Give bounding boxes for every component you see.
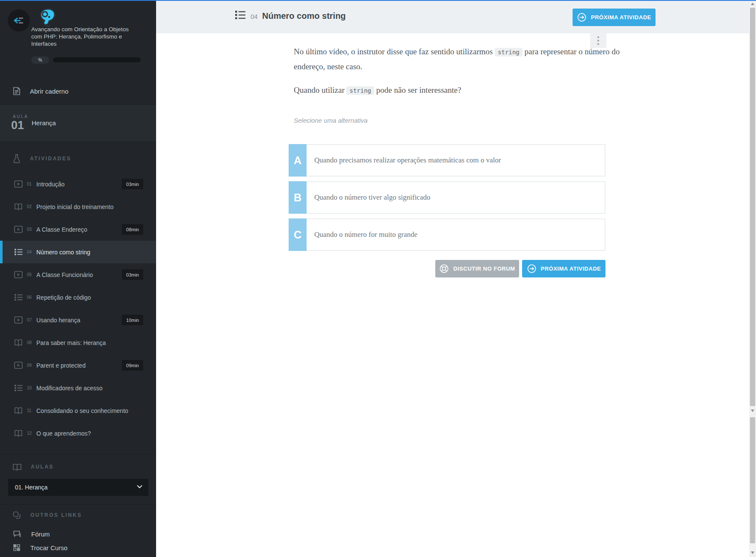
- alternative-option[interactable]: A Quando precisamos realizar operações m…: [289, 144, 605, 177]
- notebook-icon: [13, 87, 21, 95]
- activity-item[interactable]: 07 Usando herança 10min: [0, 309, 156, 331]
- change-course-link[interactable]: Trocar Curso: [0, 540, 156, 555]
- divider: [0, 504, 156, 505]
- activity-number: 04: [27, 250, 35, 254]
- quiz-activity-icon: [14, 248, 23, 256]
- activity-item[interactable]: 12 O que aprendemos?: [0, 422, 156, 445]
- chevron-down-icon: [137, 485, 142, 489]
- activity-item[interactable]: 05 A Classe Funcionário 03min: [0, 263, 156, 286]
- duration-badge: 08min: [122, 224, 143, 235]
- activity-item[interactable]: 11 Consolidando o seu conhecimento: [0, 399, 156, 422]
- duration-badge: 03min: [122, 269, 143, 280]
- activity-title: Projeto inicial do treinamento: [36, 203, 114, 210]
- activity-item[interactable]: 03 A Classe Endereço 08min: [0, 218, 156, 241]
- alternative-option[interactable]: C Quando o número for muito grande: [289, 218, 605, 251]
- video-activity-icon: [14, 180, 23, 188]
- activity-number: 03: [27, 227, 35, 232]
- activity-item[interactable]: 06 Repetição de código: [0, 286, 156, 309]
- lesson-number: 01: [11, 119, 24, 132]
- progress-bar-track: [53, 57, 141, 62]
- activity-title: Parent e protected: [36, 362, 86, 369]
- top-progress-bar: [0, 0, 756, 1]
- scroll-down-arrow[interactable]: [751, 410, 754, 412]
- current-lesson-block[interactable]: AULA 01 Herança: [0, 104, 156, 142]
- link-icon: [13, 511, 21, 519]
- option-letter: B: [289, 181, 307, 214]
- activity-number: 05: [27, 272, 35, 277]
- question-text: No último vídeo, o instrutor disse que f…: [294, 44, 623, 98]
- divider: [0, 454, 156, 454]
- reading-activity-icon: [14, 407, 23, 414]
- activity-number: 06: [27, 295, 35, 300]
- scroll-down-arrow-2[interactable]: [751, 551, 754, 554]
- video-activity-icon: [14, 271, 23, 278]
- quiz-activity-icon: [14, 294, 23, 301]
- scrollbar[interactable]: [749, 0, 756, 557]
- lesson-word-label: AULA: [13, 114, 28, 119]
- activity-number: 01: [27, 182, 35, 186]
- video-activity-icon: [14, 226, 23, 233]
- activity-number: 02: [27, 204, 35, 209]
- duration-badge: 03min: [122, 179, 143, 189]
- quiz-activity-icon: [14, 384, 23, 392]
- forum-link[interactable]: Fórum: [0, 527, 156, 541]
- collapse-sidebar-button[interactable]: [8, 9, 30, 32]
- activity-item[interactable]: 02 Projeto inicial do treinamento: [0, 195, 156, 218]
- open-notebook-button[interactable]: Abrir caderno: [0, 81, 156, 101]
- next-activity-button-top[interactable]: PRÓXIMA ATIVIDADE: [573, 9, 656, 26]
- activity-title: Consolidando o seu conhecimento: [36, 407, 128, 414]
- activity-title: Para saber mais: Herança: [36, 339, 106, 346]
- chat-bubble-icon: [13, 530, 21, 538]
- change-course-link-label: Trocar Curso: [30, 544, 68, 551]
- activity-title: Modificadores de acesso: [36, 385, 103, 392]
- discuss-forum-button[interactable]: DISCUTIR NO FORUM: [435, 260, 519, 277]
- scrollbar-thumb-2[interactable]: [750, 417, 755, 543]
- aulas-section-header: AULAS: [0, 460, 156, 474]
- course-title: Avançando com Orientação a Objetos com P…: [31, 26, 132, 47]
- activities-list: 01 Introdução 03min 02 Projeto inicial d…: [0, 173, 156, 445]
- discuss-forum-label: DISCUTIR NO FORUM: [453, 265, 515, 272]
- activity-number: 08: [27, 340, 35, 345]
- activity-item[interactable]: 04 Número como string: [0, 241, 156, 263]
- scrollbar-thumb[interactable]: [750, 8, 755, 406]
- page: Avançando com Orientação a Objetos com P…: [0, 0, 756, 557]
- activity-item[interactable]: 08 Para saber mais: Herança: [0, 331, 156, 354]
- inline-code-string: string: [495, 48, 523, 56]
- activity-number: 07: [27, 318, 35, 322]
- next-activity-button-bottom[interactable]: PRÓXIMA ATIVIDADE: [522, 260, 605, 277]
- activity-title: O que aprendemos?: [36, 430, 91, 437]
- activity-title: Introdução: [36, 181, 65, 188]
- activity-item[interactable]: 01 Introdução 03min: [0, 173, 156, 195]
- activity-item[interactable]: 09 Parent e protected 09min: [0, 354, 156, 377]
- activity-number: 10: [27, 386, 35, 390]
- select-alternative-hint: Selecione uma alternativa: [294, 117, 368, 124]
- video-activity-icon: [14, 362, 23, 369]
- activity-number: 12: [27, 431, 35, 436]
- activity-title: Repetição de código: [36, 294, 91, 301]
- video-activity-icon: [14, 316, 23, 324]
- activity-list-icon: [235, 10, 245, 20]
- aulas-section-label: AULAS: [31, 464, 54, 470]
- activity-number: 09: [27, 363, 35, 368]
- reading-activity-icon: [14, 203, 23, 210]
- next-activity-label-top: PRÓXIMA ATIVIDADE: [591, 14, 651, 21]
- option-text: Quando o número tiver algo significado: [307, 182, 435, 213]
- activity-title: Número como string: [36, 249, 90, 256]
- duration-badge: 09min: [122, 360, 143, 371]
- next-activity-label-bottom: PRÓXIMA ATIVIDADE: [541, 265, 601, 272]
- reading-activity-icon: [14, 339, 23, 346]
- progress-percent-badge: %: [31, 56, 49, 64]
- arrow-right-circle-icon: [577, 12, 587, 22]
- open-book-icon: [13, 463, 21, 471]
- activity-title: A Classe Endereço: [36, 226, 87, 233]
- alternative-option[interactable]: B Quando o número tiver algo significado: [289, 181, 605, 214]
- scroll-up-arrow[interactable]: [751, 3, 754, 5]
- activity-item[interactable]: 10 Modificadores de acesso: [0, 377, 156, 399]
- duration-badge: 10min: [122, 315, 143, 325]
- lifebuoy-icon: [439, 264, 449, 274]
- lesson-select-dropdown[interactable]: 01. Herança: [8, 479, 148, 496]
- inline-code-string: string: [346, 86, 374, 95]
- open-notebook-label: Abrir caderno: [30, 88, 68, 95]
- activity-title: Usando herança: [36, 317, 80, 324]
- option-text: Quando o número for muito grande: [307, 219, 422, 250]
